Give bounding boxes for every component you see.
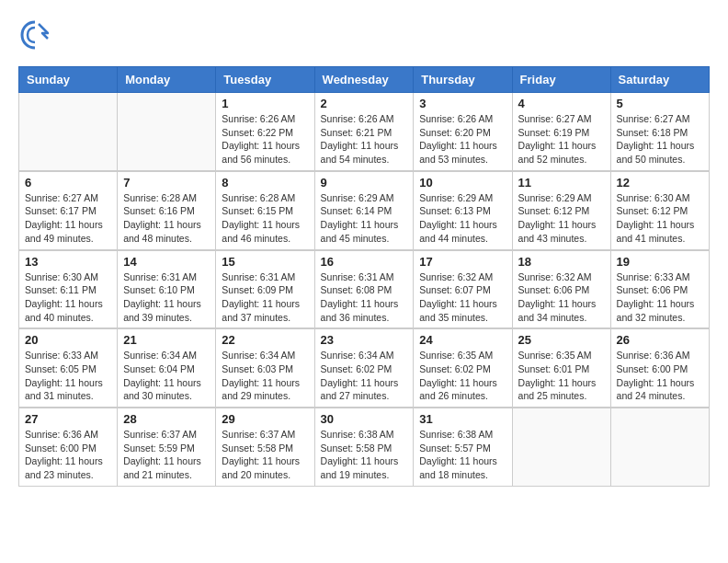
calendar-cell: 3Sunrise: 6:26 AM Sunset: 6:20 PM Daylig… <box>414 93 512 171</box>
day-info: Sunrise: 6:27 AM Sunset: 6:19 PM Dayligh… <box>518 112 605 167</box>
day-number: 31 <box>419 412 506 426</box>
day-number: 16 <box>321 255 408 269</box>
day-info: Sunrise: 6:33 AM Sunset: 6:05 PM Dayligh… <box>25 349 111 403</box>
day-info: Sunrise: 6:35 AM Sunset: 6:01 PM Dayligh… <box>518 349 605 403</box>
calendar-cell <box>118 93 216 171</box>
calendar-week-2: 6Sunrise: 6:27 AM Sunset: 6:17 PM Daylig… <box>19 171 710 250</box>
day-number: 14 <box>123 255 210 269</box>
logo-icon <box>18 18 51 52</box>
day-info: Sunrise: 6:38 AM Sunset: 5:57 PM Dayligh… <box>419 428 506 482</box>
day-info: Sunrise: 6:37 AM Sunset: 5:59 PM Dayligh… <box>123 428 210 482</box>
day-number: 2 <box>321 97 408 110</box>
day-info: Sunrise: 6:37 AM Sunset: 5:58 PM Dayligh… <box>222 428 308 482</box>
day-number: 6 <box>25 176 111 190</box>
calendar-cell <box>610 408 709 486</box>
calendar-cell <box>19 93 118 171</box>
calendar-cell: 30Sunrise: 6:38 AM Sunset: 5:58 PM Dayli… <box>314 408 414 486</box>
day-info: Sunrise: 6:32 AM Sunset: 6:07 PM Dayligh… <box>419 270 506 325</box>
day-info: Sunrise: 6:27 AM Sunset: 6:17 PM Dayligh… <box>25 191 111 246</box>
calendar-cell: 5Sunrise: 6:27 AM Sunset: 6:18 PM Daylig… <box>610 93 709 171</box>
day-number: 26 <box>617 333 703 347</box>
day-info: Sunrise: 6:27 AM Sunset: 6:18 PM Dayligh… <box>617 112 703 167</box>
day-header-sunday: Sunday <box>19 67 118 93</box>
day-number: 29 <box>222 412 308 426</box>
calendar-cell: 8Sunrise: 6:28 AM Sunset: 6:15 PM Daylig… <box>216 171 314 250</box>
day-number: 24 <box>419 333 506 347</box>
day-info: Sunrise: 6:28 AM Sunset: 6:15 PM Dayligh… <box>222 191 308 246</box>
day-number: 20 <box>25 333 111 347</box>
calendar-cell <box>512 408 610 486</box>
day-number: 12 <box>617 176 703 190</box>
day-header-tuesday: Tuesday <box>216 67 314 93</box>
day-info: Sunrise: 6:36 AM Sunset: 6:00 PM Dayligh… <box>25 428 111 482</box>
day-number: 1 <box>222 97 308 110</box>
day-info: Sunrise: 6:30 AM Sunset: 6:11 PM Dayligh… <box>25 270 111 325</box>
day-number: 28 <box>123 412 210 426</box>
calendar-cell: 19Sunrise: 6:33 AM Sunset: 6:06 PM Dayli… <box>610 250 709 329</box>
calendar-cell: 18Sunrise: 6:32 AM Sunset: 6:06 PM Dayli… <box>512 250 610 329</box>
calendar-cell: 14Sunrise: 6:31 AM Sunset: 6:10 PM Dayli… <box>118 250 216 329</box>
day-info: Sunrise: 6:31 AM Sunset: 6:10 PM Dayligh… <box>123 270 210 325</box>
calendar-cell: 22Sunrise: 6:34 AM Sunset: 6:03 PM Dayli… <box>216 328 314 408</box>
calendar-cell: 26Sunrise: 6:36 AM Sunset: 6:00 PM Dayli… <box>610 328 709 408</box>
day-info: Sunrise: 6:26 AM Sunset: 6:22 PM Dayligh… <box>222 112 308 167</box>
day-number: 10 <box>419 176 506 190</box>
calendar-cell: 25Sunrise: 6:35 AM Sunset: 6:01 PM Dayli… <box>512 328 610 408</box>
day-number: 15 <box>222 255 308 269</box>
day-info: Sunrise: 6:26 AM Sunset: 6:21 PM Dayligh… <box>321 112 408 167</box>
calendar-cell: 13Sunrise: 6:30 AM Sunset: 6:11 PM Dayli… <box>19 250 118 329</box>
logo <box>18 18 55 52</box>
calendar-cell: 1Sunrise: 6:26 AM Sunset: 6:22 PM Daylig… <box>216 93 314 171</box>
day-info: Sunrise: 6:29 AM Sunset: 6:12 PM Dayligh… <box>518 191 605 246</box>
calendar-cell: 4Sunrise: 6:27 AM Sunset: 6:19 PM Daylig… <box>512 93 610 171</box>
day-info: Sunrise: 6:38 AM Sunset: 5:58 PM Dayligh… <box>321 428 408 482</box>
calendar-cell: 17Sunrise: 6:32 AM Sunset: 6:07 PM Dayli… <box>414 250 512 329</box>
day-number: 25 <box>518 333 605 347</box>
calendar-cell: 29Sunrise: 6:37 AM Sunset: 5:58 PM Dayli… <box>216 408 314 486</box>
day-number: 7 <box>123 176 210 190</box>
calendar-cell: 16Sunrise: 6:31 AM Sunset: 6:08 PM Dayli… <box>314 250 414 329</box>
day-number: 11 <box>518 176 605 190</box>
day-info: Sunrise: 6:26 AM Sunset: 6:20 PM Dayligh… <box>419 112 506 167</box>
day-number: 9 <box>321 176 408 190</box>
day-number: 21 <box>123 333 210 347</box>
calendar-week-5: 27Sunrise: 6:36 AM Sunset: 6:00 PM Dayli… <box>19 408 710 486</box>
calendar-cell: 12Sunrise: 6:30 AM Sunset: 6:12 PM Dayli… <box>610 171 709 250</box>
day-header-wednesday: Wednesday <box>314 67 414 93</box>
day-number: 30 <box>321 412 408 426</box>
day-header-friday: Friday <box>512 67 610 93</box>
calendar-week-3: 13Sunrise: 6:30 AM Sunset: 6:11 PM Dayli… <box>19 250 710 329</box>
day-number: 5 <box>617 97 703 110</box>
calendar-cell: 31Sunrise: 6:38 AM Sunset: 5:57 PM Dayli… <box>414 408 512 486</box>
page-header <box>18 18 710 52</box>
calendar-cell: 21Sunrise: 6:34 AM Sunset: 6:04 PM Dayli… <box>118 328 216 408</box>
calendar-cell: 9Sunrise: 6:29 AM Sunset: 6:14 PM Daylig… <box>314 171 414 250</box>
calendar-cell: 10Sunrise: 6:29 AM Sunset: 6:13 PM Dayli… <box>414 171 512 250</box>
day-header-thursday: Thursday <box>414 67 512 93</box>
day-number: 19 <box>617 255 703 269</box>
day-info: Sunrise: 6:34 AM Sunset: 6:04 PM Dayligh… <box>123 349 210 403</box>
calendar-header-row: SundayMondayTuesdayWednesdayThursdayFrid… <box>19 67 710 93</box>
day-number: 8 <box>222 176 308 190</box>
day-info: Sunrise: 6:28 AM Sunset: 6:16 PM Dayligh… <box>123 191 210 246</box>
calendar-cell: 15Sunrise: 6:31 AM Sunset: 6:09 PM Dayli… <box>216 250 314 329</box>
calendar-cell: 28Sunrise: 6:37 AM Sunset: 5:59 PM Dayli… <box>118 408 216 486</box>
day-header-monday: Monday <box>118 67 216 93</box>
calendar-week-1: 1Sunrise: 6:26 AM Sunset: 6:22 PM Daylig… <box>19 93 710 171</box>
day-info: Sunrise: 6:36 AM Sunset: 6:00 PM Dayligh… <box>617 349 703 403</box>
day-info: Sunrise: 6:29 AM Sunset: 6:13 PM Dayligh… <box>419 191 506 246</box>
calendar-cell: 24Sunrise: 6:35 AM Sunset: 6:02 PM Dayli… <box>414 328 512 408</box>
calendar-cell: 27Sunrise: 6:36 AM Sunset: 6:00 PM Dayli… <box>19 408 118 486</box>
calendar-cell: 2Sunrise: 6:26 AM Sunset: 6:21 PM Daylig… <box>314 93 414 171</box>
calendar-cell: 11Sunrise: 6:29 AM Sunset: 6:12 PM Dayli… <box>512 171 610 250</box>
day-number: 4 <box>518 97 605 110</box>
day-info: Sunrise: 6:33 AM Sunset: 6:06 PM Dayligh… <box>617 270 703 325</box>
day-number: 22 <box>222 333 308 347</box>
day-info: Sunrise: 6:34 AM Sunset: 6:03 PM Dayligh… <box>222 349 308 403</box>
calendar-cell: 7Sunrise: 6:28 AM Sunset: 6:16 PM Daylig… <box>118 171 216 250</box>
calendar-cell: 6Sunrise: 6:27 AM Sunset: 6:17 PM Daylig… <box>19 171 118 250</box>
day-info: Sunrise: 6:30 AM Sunset: 6:12 PM Dayligh… <box>617 191 703 246</box>
calendar: SundayMondayTuesdayWednesdayThursdayFrid… <box>18 66 710 487</box>
day-info: Sunrise: 6:34 AM Sunset: 6:02 PM Dayligh… <box>321 349 408 403</box>
calendar-cell: 20Sunrise: 6:33 AM Sunset: 6:05 PM Dayli… <box>19 328 118 408</box>
